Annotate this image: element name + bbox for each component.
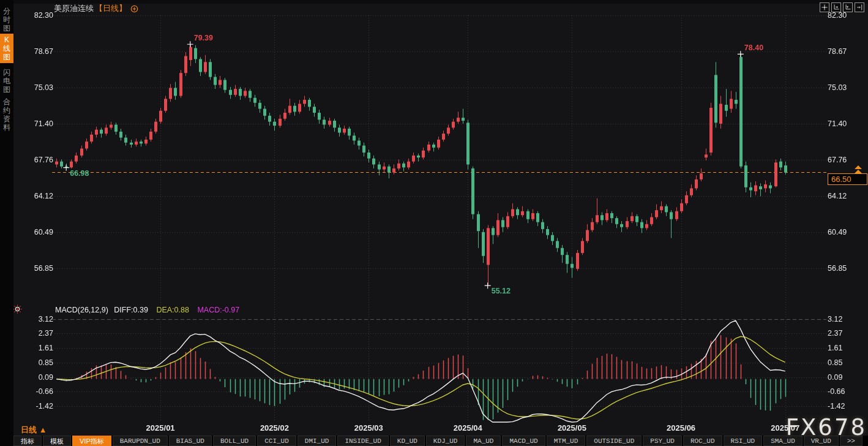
macd-axis-label-right: -0.66 [828, 387, 845, 396]
macd-axis-label-right: 1.61 [828, 344, 842, 352]
price-axis-label-left: 60.49 [15, 228, 53, 236]
fit-chart-icon[interactable] [831, 2, 841, 12]
indicator-tab-12[interactable]: MACD_UD [502, 436, 545, 446]
indicator-tab-3[interactable]: BARUPDN_UD [113, 436, 168, 446]
instrument-name: 美原油连续 [54, 3, 94, 14]
price-axis-label-right: 64.12 [828, 192, 847, 200]
sidebar-item-char: 线 [3, 44, 10, 53]
macd-axis-label-left: 0.09 [15, 373, 53, 382]
price-annotation-low: 66.98 [70, 169, 89, 178]
sidebar-item-1[interactable]: K线图 [0, 34, 13, 63]
sidebar-item-char: 图 [3, 24, 10, 32]
pan-right-icon[interactable] [855, 2, 864, 12]
indicator-tab-0[interactable]: 指标 [13, 436, 42, 446]
period-selector-label: 日线 [21, 425, 37, 434]
macd-header: MACD(26,12,9) DIFF:0.39 DEA:0.88 MACD:-0… [55, 306, 239, 314]
price-axis-label-right: 78.67 [828, 47, 847, 56]
x-axis-month-label: 2025/05 [558, 423, 586, 433]
macd-axis-label-left: -0.66 [15, 387, 53, 396]
chart-tool-buttons [820, 2, 864, 12]
price-axis-label-right: 71.40 [828, 119, 847, 128]
indicator-tab-13[interactable]: MTM_UD [547, 436, 586, 446]
x-axis-month-label: 2025/01 [146, 423, 175, 433]
price-annotation-low: 55.12 [492, 287, 511, 295]
indicator-tab-2[interactable]: VIP指标 [72, 436, 111, 446]
price-annotation-high: 78.40 [744, 43, 763, 52]
price-annotation-high: 79.39 [194, 34, 213, 42]
indicator-tab-9[interactable]: KD_UD [390, 436, 425, 446]
sidebar-item-char: 料 [3, 123, 10, 132]
sidebar-item-char: 闪 [3, 68, 10, 77]
sidebar-item-char: 时 [3, 15, 10, 24]
macd-axis-label-right: 3.12 [828, 315, 842, 323]
watermark: FX678 [786, 414, 867, 440]
chart-canvas[interactable] [0, 0, 868, 446]
price-axis-label-left: 82.30 [15, 11, 53, 20]
indicator-tab-6[interactable]: CCI_UD [257, 436, 296, 446]
macd-hist-value: MACD:-0.97 [197, 306, 239, 314]
indicator-tab-1[interactable]: 模板 [43, 436, 71, 446]
period-selector[interactable]: 日线 ▲ [21, 425, 47, 436]
price-axis-label-left: 64.12 [15, 192, 53, 200]
sidebar-item-char: 合 [3, 97, 10, 106]
last-price-tag: 66.50 [828, 173, 867, 185]
sidebar-item-2[interactable]: 闪电图 [0, 66, 13, 96]
price-axis-label-left: 75.03 [15, 83, 53, 92]
macd-params: MACD(26,12,9) [55, 306, 108, 314]
sidebar-item-char: 约 [3, 106, 10, 115]
macd-axis-label-right: -1.42 [828, 402, 845, 410]
indicator-toolbar: 指标模板VIP指标BARUPDN_UDBIAS_UDBOLL_UDCCI_UDD… [13, 436, 868, 446]
price-axis-label-right: 75.03 [828, 83, 847, 92]
sidebar-item-char: 图 [3, 53, 10, 61]
macd-axis-label-left: -1.42 [15, 402, 53, 410]
sidebar-item-0[interactable]: 分时图 [0, 5, 13, 34]
price-axis-label-right: 56.85 [828, 264, 847, 273]
price-axis-label-left: 78.67 [15, 47, 53, 56]
left-sidebar: 分时图K线图闪电图合约资料 [0, 0, 13, 446]
x-axis-month-label: 2025/04 [454, 423, 482, 433]
macd-axis-label-left: 2.37 [15, 329, 53, 338]
indicator-tab-4[interactable]: BIAS_UD [169, 436, 212, 446]
indicator-tab-17[interactable]: RSI_UD [724, 436, 763, 446]
price-axis-label-left: 56.85 [15, 264, 53, 273]
indicator-tab-7[interactable]: DMI_UD [297, 436, 337, 446]
macd-axis-label-right: 2.37 [828, 329, 842, 338]
price-axis-label-right: 67.76 [828, 156, 847, 164]
macd-axis-label-left: 0.85 [15, 358, 53, 367]
sidebar-item-char: K [4, 36, 9, 44]
chart-title-bar: 美原油连续 【日线】 [54, 3, 138, 14]
price-axis-label-left: 67.76 [15, 156, 53, 164]
fit-y-axis-icon[interactable] [843, 2, 853, 12]
price-axis-label-right: 60.49 [828, 228, 847, 236]
indicator-tab-14[interactable]: OUTSIDE_UD [586, 436, 642, 446]
price-axis-label-left: 71.40 [15, 119, 53, 128]
macd-axis-label-right: 0.09 [828, 373, 842, 382]
price-up-arrows-icon [855, 165, 862, 174]
indicator-tab-11[interactable]: MA_UD [466, 436, 501, 446]
macd-axis-label-left: 1.61 [15, 344, 53, 352]
add-circle-icon[interactable] [130, 5, 138, 13]
sidebar-item-char: 分 [3, 7, 10, 15]
period-badge: 【日线】 [95, 3, 127, 14]
sidebar-item-char: 电 [3, 77, 10, 85]
sidebar-item-char: 资 [3, 115, 10, 123]
indicator-tab-8[interactable]: INSIDE_UD [337, 436, 388, 446]
indicator-tab-16[interactable]: ROC_UD [683, 436, 722, 446]
crosshair-icon[interactable] [820, 2, 829, 12]
x-axis-month-label: 2025/06 [667, 423, 695, 433]
x-axis-month-label: 2025/03 [354, 423, 383, 433]
sidebar-item-char: 图 [3, 85, 10, 94]
sidebar-item-3[interactable]: 合约资料 [0, 96, 13, 134]
indicator-tab-15[interactable]: PSY_UD [643, 436, 682, 446]
macd-dea-value: DEA:0.88 [156, 306, 189, 314]
macd-axis-label-right: 0.85 [828, 358, 842, 367]
macd-diff-value: DIFF:0.39 [114, 306, 148, 314]
price-axis-label-right: 82.30 [828, 11, 847, 20]
period-selector-arrow-icon: ▲ [39, 425, 47, 434]
x-axis-month-label: 2025/02 [260, 423, 289, 433]
indicator-tab-5[interactable]: BOLL_UD [213, 436, 256, 446]
indicator-alert-icon[interactable] [12, 304, 23, 317]
indicator-tab-10[interactable]: KDJ_UD [426, 436, 465, 446]
